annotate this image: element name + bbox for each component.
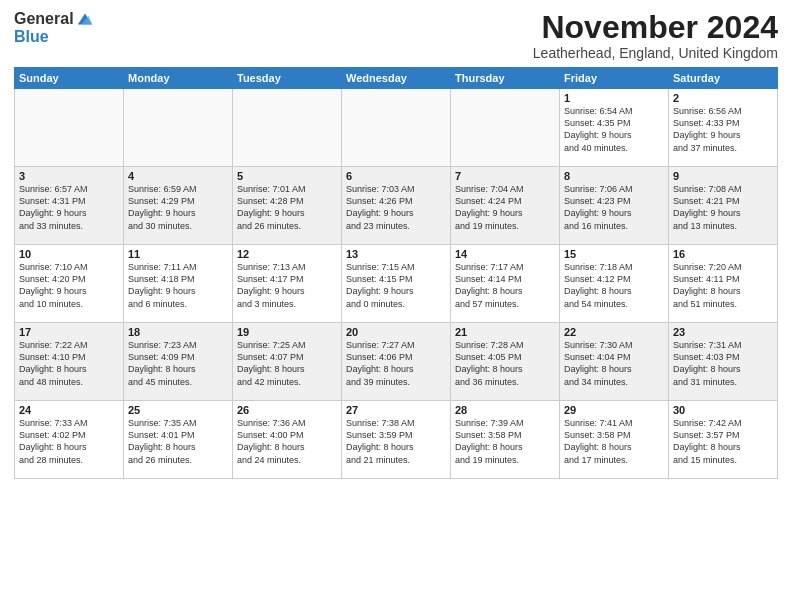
calendar-week-row: 10Sunrise: 7:10 AM Sunset: 4:20 PM Dayli… [15,245,778,323]
table-row [15,89,124,167]
day-info: Sunrise: 7:23 AM Sunset: 4:09 PM Dayligh… [128,339,228,388]
day-info: Sunrise: 7:03 AM Sunset: 4:26 PM Dayligh… [346,183,446,232]
day-info: Sunrise: 7:39 AM Sunset: 3:58 PM Dayligh… [455,417,555,466]
day-number: 19 [237,326,337,338]
day-info: Sunrise: 6:54 AM Sunset: 4:35 PM Dayligh… [564,105,664,154]
day-number: 25 [128,404,228,416]
calendar-week-row: 3Sunrise: 6:57 AM Sunset: 4:31 PM Daylig… [15,167,778,245]
table-row: 29Sunrise: 7:41 AM Sunset: 3:58 PM Dayli… [560,401,669,479]
day-number: 2 [673,92,773,104]
table-row: 5Sunrise: 7:01 AM Sunset: 4:28 PM Daylig… [233,167,342,245]
day-info: Sunrise: 7:28 AM Sunset: 4:05 PM Dayligh… [455,339,555,388]
table-row: 14Sunrise: 7:17 AM Sunset: 4:14 PM Dayli… [451,245,560,323]
day-info: Sunrise: 7:38 AM Sunset: 3:59 PM Dayligh… [346,417,446,466]
calendar-table: Sunday Monday Tuesday Wednesday Thursday… [14,67,778,479]
day-info: Sunrise: 7:18 AM Sunset: 4:12 PM Dayligh… [564,261,664,310]
title-block: November 2024 Leatherhead, England, Unit… [533,10,778,61]
table-row: 1Sunrise: 6:54 AM Sunset: 4:35 PM Daylig… [560,89,669,167]
table-row: 21Sunrise: 7:28 AM Sunset: 4:05 PM Dayli… [451,323,560,401]
day-info: Sunrise: 6:56 AM Sunset: 4:33 PM Dayligh… [673,105,773,154]
table-row: 30Sunrise: 7:42 AM Sunset: 3:57 PM Dayli… [669,401,778,479]
day-info: Sunrise: 7:06 AM Sunset: 4:23 PM Dayligh… [564,183,664,232]
table-row: 26Sunrise: 7:36 AM Sunset: 4:00 PM Dayli… [233,401,342,479]
day-number: 22 [564,326,664,338]
header-thursday: Thursday [451,68,560,89]
header-wednesday: Wednesday [342,68,451,89]
logo-general-text: General [14,10,74,28]
day-info: Sunrise: 7:22 AM Sunset: 4:10 PM Dayligh… [19,339,119,388]
logo-blue-text: Blue [14,28,49,46]
day-info: Sunrise: 7:42 AM Sunset: 3:57 PM Dayligh… [673,417,773,466]
day-info: Sunrise: 6:57 AM Sunset: 4:31 PM Dayligh… [19,183,119,232]
day-info: Sunrise: 7:15 AM Sunset: 4:15 PM Dayligh… [346,261,446,310]
day-number: 29 [564,404,664,416]
table-row: 7Sunrise: 7:04 AM Sunset: 4:24 PM Daylig… [451,167,560,245]
table-row: 8Sunrise: 7:06 AM Sunset: 4:23 PM Daylig… [560,167,669,245]
calendar-week-row: 1Sunrise: 6:54 AM Sunset: 4:35 PM Daylig… [15,89,778,167]
table-row: 22Sunrise: 7:30 AM Sunset: 4:04 PM Dayli… [560,323,669,401]
header-saturday: Saturday [669,68,778,89]
day-number: 21 [455,326,555,338]
calendar-week-row: 24Sunrise: 7:33 AM Sunset: 4:02 PM Dayli… [15,401,778,479]
day-number: 13 [346,248,446,260]
table-row: 9Sunrise: 7:08 AM Sunset: 4:21 PM Daylig… [669,167,778,245]
day-info: Sunrise: 7:17 AM Sunset: 4:14 PM Dayligh… [455,261,555,310]
table-row: 12Sunrise: 7:13 AM Sunset: 4:17 PM Dayli… [233,245,342,323]
day-number: 27 [346,404,446,416]
table-row: 11Sunrise: 7:11 AM Sunset: 4:18 PM Dayli… [124,245,233,323]
header-tuesday: Tuesday [233,68,342,89]
day-number: 8 [564,170,664,182]
day-number: 17 [19,326,119,338]
day-info: Sunrise: 7:10 AM Sunset: 4:20 PM Dayligh… [19,261,119,310]
day-number: 12 [237,248,337,260]
day-info: Sunrise: 7:33 AM Sunset: 4:02 PM Dayligh… [19,417,119,466]
table-row: 6Sunrise: 7:03 AM Sunset: 4:26 PM Daylig… [342,167,451,245]
day-info: Sunrise: 7:25 AM Sunset: 4:07 PM Dayligh… [237,339,337,388]
day-number: 1 [564,92,664,104]
day-number: 9 [673,170,773,182]
table-row [451,89,560,167]
day-number: 3 [19,170,119,182]
day-info: Sunrise: 7:27 AM Sunset: 4:06 PM Dayligh… [346,339,446,388]
day-number: 14 [455,248,555,260]
table-row [124,89,233,167]
month-title: November 2024 [533,10,778,45]
day-number: 18 [128,326,228,338]
table-row: 27Sunrise: 7:38 AM Sunset: 3:59 PM Dayli… [342,401,451,479]
day-info: Sunrise: 7:11 AM Sunset: 4:18 PM Dayligh… [128,261,228,310]
day-info: Sunrise: 7:35 AM Sunset: 4:01 PM Dayligh… [128,417,228,466]
table-row: 18Sunrise: 7:23 AM Sunset: 4:09 PM Dayli… [124,323,233,401]
table-row [342,89,451,167]
day-number: 26 [237,404,337,416]
day-number: 10 [19,248,119,260]
table-row: 28Sunrise: 7:39 AM Sunset: 3:58 PM Dayli… [451,401,560,479]
day-number: 28 [455,404,555,416]
day-info: Sunrise: 7:36 AM Sunset: 4:00 PM Dayligh… [237,417,337,466]
location: Leatherhead, England, United Kingdom [533,45,778,61]
day-info: Sunrise: 7:31 AM Sunset: 4:03 PM Dayligh… [673,339,773,388]
header-friday: Friday [560,68,669,89]
day-number: 24 [19,404,119,416]
calendar-header-row: Sunday Monday Tuesday Wednesday Thursday… [15,68,778,89]
day-info: Sunrise: 7:20 AM Sunset: 4:11 PM Dayligh… [673,261,773,310]
day-info: Sunrise: 7:41 AM Sunset: 3:58 PM Dayligh… [564,417,664,466]
day-number: 5 [237,170,337,182]
table-row: 13Sunrise: 7:15 AM Sunset: 4:15 PM Dayli… [342,245,451,323]
table-row: 23Sunrise: 7:31 AM Sunset: 4:03 PM Dayli… [669,323,778,401]
table-row: 3Sunrise: 6:57 AM Sunset: 4:31 PM Daylig… [15,167,124,245]
table-row: 19Sunrise: 7:25 AM Sunset: 4:07 PM Dayli… [233,323,342,401]
day-info: Sunrise: 7:30 AM Sunset: 4:04 PM Dayligh… [564,339,664,388]
day-info: Sunrise: 7:08 AM Sunset: 4:21 PM Dayligh… [673,183,773,232]
day-number: 4 [128,170,228,182]
day-number: 16 [673,248,773,260]
table-row: 2Sunrise: 6:56 AM Sunset: 4:33 PM Daylig… [669,89,778,167]
table-row: 17Sunrise: 7:22 AM Sunset: 4:10 PM Dayli… [15,323,124,401]
table-row [233,89,342,167]
calendar-week-row: 17Sunrise: 7:22 AM Sunset: 4:10 PM Dayli… [15,323,778,401]
day-number: 20 [346,326,446,338]
logo: General Blue [14,10,94,46]
day-info: Sunrise: 7:01 AM Sunset: 4:28 PM Dayligh… [237,183,337,232]
table-row: 15Sunrise: 7:18 AM Sunset: 4:12 PM Dayli… [560,245,669,323]
day-info: Sunrise: 6:59 AM Sunset: 4:29 PM Dayligh… [128,183,228,232]
day-number: 30 [673,404,773,416]
